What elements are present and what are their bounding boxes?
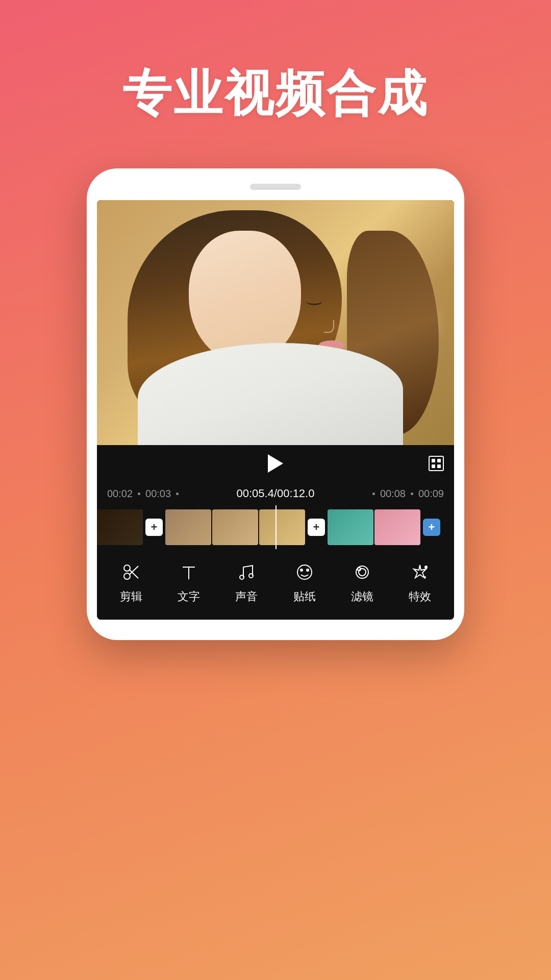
- tool-sticker-label: 贴纸: [293, 589, 316, 604]
- thumbnail-strip: + + +: [97, 505, 454, 549]
- svg-point-12: [359, 569, 366, 576]
- tool-effects[interactable]: 特效: [407, 559, 433, 604]
- thumb-5: [328, 509, 373, 545]
- controls-bar: [97, 445, 454, 482]
- add-clip-1[interactable]: +: [144, 509, 164, 545]
- page-title: 专业视频合成: [122, 61, 429, 128]
- add-icon-3[interactable]: +: [423, 519, 440, 536]
- tool-text[interactable]: 文字: [176, 559, 202, 604]
- svg-point-8: [297, 565, 312, 579]
- timeline-time-3: 00:08: [380, 488, 406, 500]
- tool-sticker[interactable]: 贴纸: [292, 559, 317, 604]
- thumb-4: [259, 509, 305, 545]
- timeline-bar: 00:02 00:03 00:05.4/00:12.0 00:08 00:09: [97, 482, 454, 505]
- svg-point-0: [124, 573, 130, 579]
- add-clip-2[interactable]: +: [306, 509, 327, 545]
- sticker-icon: [292, 559, 317, 585]
- text-icon: [176, 559, 202, 585]
- svg-marker-14: [414, 565, 426, 578]
- timeline-dot1: [138, 493, 140, 495]
- timeline-dot3: [372, 493, 375, 495]
- add-clip-3[interactable]: +: [421, 509, 442, 545]
- thumb-3: [212, 509, 258, 545]
- thumb-2: [165, 509, 211, 545]
- svg-point-15: [424, 566, 428, 569]
- fullscreen-button[interactable]: [429, 456, 444, 471]
- scissors-icon: [118, 559, 144, 585]
- thumb-1: [97, 509, 143, 545]
- svg-point-1: [124, 565, 130, 571]
- tool-cut[interactable]: 剪辑: [118, 559, 144, 604]
- effects-icon: [407, 559, 433, 585]
- thumb-6: [374, 509, 420, 545]
- svg-point-13: [358, 568, 361, 571]
- phone-speaker: [250, 184, 301, 190]
- phone-screen: 00:02 00:03 00:05.4/00:12.0 00:08 00:09 …: [97, 200, 454, 620]
- timeline-time-2: 00:03: [145, 488, 171, 500]
- timeline-time-4: 00:09: [418, 488, 444, 500]
- add-icon-2[interactable]: +: [308, 519, 325, 536]
- timeline-current-time: 00:05.4/00:12.0: [184, 487, 367, 500]
- tool-audio[interactable]: 声音: [234, 559, 259, 604]
- timeline-dot4: [411, 493, 413, 495]
- tool-filter[interactable]: 滤镜: [349, 559, 375, 604]
- timeline-dot2: [176, 493, 179, 495]
- svg-point-16: [424, 576, 426, 578]
- filter-icon: [349, 559, 375, 585]
- tool-effects-label: 特效: [409, 589, 431, 604]
- bottom-toolbar: 剪辑 文字 声音: [97, 549, 454, 620]
- video-preview: [97, 200, 454, 445]
- svg-point-10: [307, 569, 309, 571]
- add-icon-1[interactable]: +: [145, 519, 163, 536]
- tool-cut-label: 剪辑: [120, 589, 142, 604]
- music-icon: [234, 559, 259, 585]
- tool-text-label: 文字: [178, 589, 200, 604]
- playhead: [276, 505, 277, 549]
- tool-audio-label: 声音: [235, 589, 258, 604]
- timeline-skip-left: 00:02: [107, 488, 133, 500]
- play-button[interactable]: [268, 454, 283, 473]
- svg-point-9: [300, 569, 303, 571]
- phone-mockup: 00:02 00:03 00:05.4/00:12.0 00:08 00:09 …: [87, 168, 464, 640]
- tool-filter-label: 滤镜: [351, 589, 373, 604]
